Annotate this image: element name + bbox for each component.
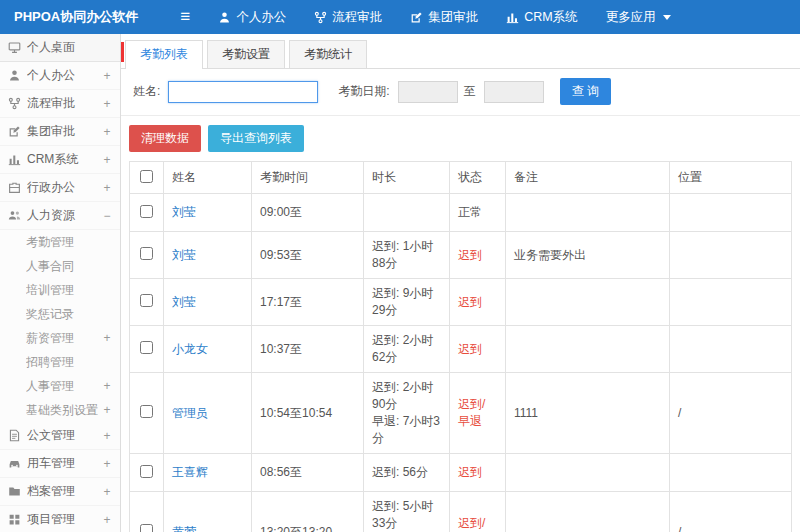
- attendance-time: 10:54至10:54: [252, 373, 364, 454]
- sidebar-item-hr-contract[interactable]: 人事合同: [0, 254, 120, 278]
- edit-icon: [410, 11, 423, 24]
- sidebar-item-base-category[interactable]: 基础类别设置 +: [0, 398, 120, 422]
- location: /: [670, 373, 792, 454]
- tab-attendance-stats[interactable]: 考勤统计: [289, 40, 367, 68]
- search-button[interactable]: 查 询: [560, 78, 611, 105]
- location: [670, 279, 792, 326]
- sidebar-item-label: 人力资源: [27, 207, 102, 224]
- nav-item-crm[interactable]: CRM系统: [492, 0, 591, 34]
- sidebar-item-archives[interactable]: 档案管理 +: [0, 478, 120, 506]
- nav-label: 流程审批: [332, 9, 382, 26]
- sidebar-item-group-approval[interactable]: 集团审批 +: [0, 118, 120, 146]
- sidebar-item-label: 基础类别设置: [26, 402, 102, 419]
- sidebar-item-process-approval[interactable]: 流程审批 +: [0, 90, 120, 118]
- expand-icon[interactable]: +: [102, 429, 112, 443]
- caret-down-icon: [663, 15, 671, 20]
- folder-icon: [8, 485, 21, 498]
- sidebar-item-desktop[interactable]: 个人桌面: [0, 34, 120, 62]
- row-checkbox[interactable]: [140, 465, 153, 478]
- nav-item-personal-office[interactable]: 个人办公: [204, 0, 300, 34]
- expand-icon[interactable]: +: [102, 457, 112, 471]
- remark: [506, 454, 670, 492]
- expand-icon[interactable]: +: [102, 379, 112, 393]
- sidebar-item-projects[interactable]: 项目管理 +: [0, 506, 120, 532]
- nav-item-group-approval[interactable]: 集团审批: [396, 0, 492, 34]
- sidebar-item-label: 集团审批: [27, 123, 102, 140]
- employee-name-link[interactable]: 刘莹: [172, 248, 196, 262]
- nav-label: 集团审批: [428, 9, 478, 26]
- employee-name-link[interactable]: 管理员: [172, 406, 208, 420]
- attendance-time: 13:20至13:20: [252, 492, 364, 532]
- col-header-duration: 时长: [364, 162, 450, 194]
- sidebar-item-label: 考勤管理: [26, 234, 102, 251]
- sidebar-item-admin-office[interactable]: 行政办公 +: [0, 174, 120, 202]
- nav-item-process-approval[interactable]: 流程审批: [300, 0, 396, 34]
- sidebar-item-personnel[interactable]: 人事管理 +: [0, 374, 120, 398]
- row-checkbox[interactable]: [140, 405, 153, 418]
- name-filter-input[interactable]: [168, 81, 318, 103]
- employee-name-link[interactable]: 刘莹: [172, 205, 196, 219]
- sidebar-item-label: 公文管理: [27, 427, 102, 444]
- employee-name-link[interactable]: 小龙女: [172, 342, 208, 356]
- row-checkbox[interactable]: [140, 247, 153, 260]
- export-list-button[interactable]: 导出查询列表: [208, 125, 304, 152]
- expand-icon[interactable]: +: [102, 331, 112, 345]
- sidebar-item-documents[interactable]: 公文管理 +: [0, 422, 120, 450]
- employee-name-link[interactable]: 王喜辉: [172, 465, 208, 479]
- sidebar-item-label: 用车管理: [27, 455, 102, 472]
- status-badge: 迟到: [450, 326, 506, 373]
- sidebar-item-crm[interactable]: CRM系统 +: [0, 146, 120, 174]
- remark: [506, 326, 670, 373]
- row-checkbox[interactable]: [140, 294, 153, 307]
- expand-icon[interactable]: +: [102, 97, 112, 111]
- menu-icon[interactable]: ≡: [152, 0, 204, 34]
- employee-name-link[interactable]: 刘莹: [172, 295, 196, 309]
- sidebar-item-recruit[interactable]: 招聘管理: [0, 350, 120, 374]
- date-from-input[interactable]: [398, 81, 458, 103]
- duration: 迟到: 1小时88分: [364, 232, 450, 279]
- row-checkbox[interactable]: [140, 341, 153, 354]
- row-checkbox[interactable]: [140, 205, 153, 218]
- expand-icon[interactable]: +: [102, 181, 112, 195]
- row-checkbox[interactable]: [140, 524, 153, 532]
- nav-item-more-apps[interactable]: 更多应用: [592, 0, 685, 34]
- sidebar-item-vehicles[interactable]: 用车管理 +: [0, 450, 120, 478]
- tab-attendance-list[interactable]: 考勤列表: [125, 40, 203, 69]
- table-row: 管理员 10:54至10:54 迟到: 2小时90分 早退: 7小时3分 迟到/…: [130, 373, 792, 454]
- tab-attendance-settings[interactable]: 考勤设置: [207, 40, 285, 68]
- expand-icon[interactable]: +: [102, 403, 112, 417]
- location: [670, 194, 792, 232]
- chart-icon: [8, 153, 21, 166]
- clean-data-button[interactable]: 清理数据: [129, 125, 201, 152]
- location: [670, 232, 792, 279]
- remark: [506, 194, 670, 232]
- date-to-input[interactable]: [484, 81, 544, 103]
- expand-icon[interactable]: +: [102, 125, 112, 139]
- top-navbar: PHPOA协同办公软件 ≡ 个人办公 流程审批 集团审批 CRM系统 更多应用: [0, 0, 800, 34]
- status-badge: 迟到: [450, 232, 506, 279]
- sidebar-item-label: CRM系统: [27, 151, 102, 168]
- collapse-icon[interactable]: −: [102, 209, 112, 223]
- expand-icon[interactable]: +: [102, 153, 112, 167]
- expand-icon[interactable]: +: [102, 69, 112, 83]
- tab-bar: 考勤列表 考勤设置 考勤统计: [121, 40, 800, 69]
- sidebar-item-training[interactable]: 培训管理: [0, 278, 120, 302]
- attendance-time: 09:00至: [252, 194, 364, 232]
- select-all-checkbox[interactable]: [140, 170, 153, 183]
- sidebar-item-attendance-mgmt[interactable]: 考勤管理: [0, 230, 120, 254]
- sidebar-item-hr[interactable]: 人力资源 −: [0, 202, 120, 230]
- sidebar-item-salary[interactable]: 薪资管理 +: [0, 326, 120, 350]
- to-label: 至: [464, 83, 476, 100]
- employee-name-link[interactable]: 黄莺: [172, 525, 196, 532]
- grid-icon: [8, 513, 21, 526]
- duration: 迟到: 2小时90分 早退: 7小时3分: [364, 373, 450, 454]
- sidebar-item-rewards[interactable]: 奖惩记录: [0, 302, 120, 326]
- duration: 迟到: 9小时29分: [364, 279, 450, 326]
- location: [670, 326, 792, 373]
- edit-icon: [8, 125, 21, 138]
- expand-icon[interactable]: +: [102, 485, 112, 499]
- sidebar-item-personal-office[interactable]: 个人办公 +: [0, 62, 120, 90]
- nav-label: 个人办公: [236, 9, 286, 26]
- table-row: 王喜辉 08:56至 迟到: 56分 迟到: [130, 454, 792, 492]
- expand-icon[interactable]: +: [102, 513, 112, 527]
